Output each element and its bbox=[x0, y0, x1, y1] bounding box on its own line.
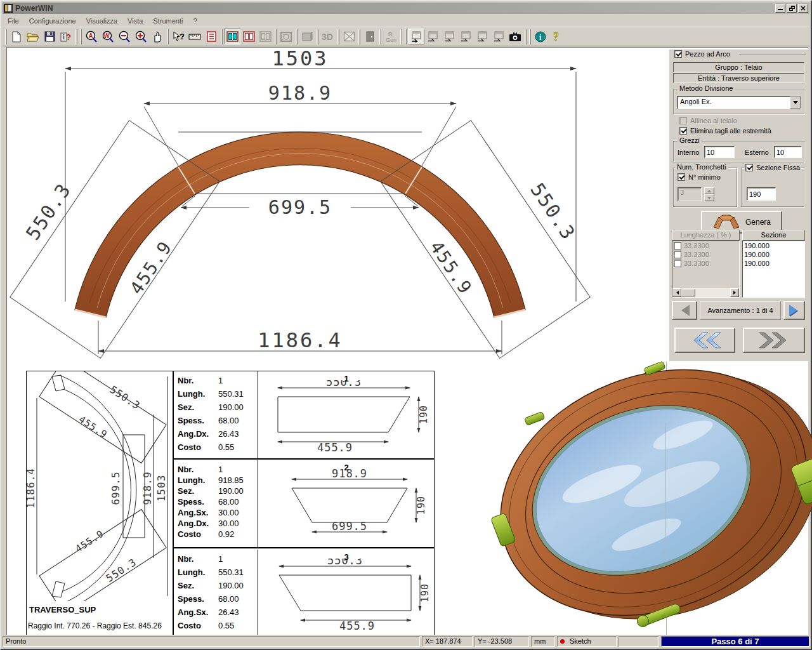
toolbar-handle[interactable] bbox=[80, 29, 82, 44]
context-help-button[interactable]: ? bbox=[170, 29, 187, 44]
toolbar-handle[interactable] bbox=[379, 29, 381, 44]
close-button[interactable] bbox=[798, 4, 808, 13]
zoom-out-button[interactable] bbox=[116, 29, 133, 44]
view-gray-button[interactable] bbox=[257, 29, 273, 44]
toolbar-handle[interactable] bbox=[529, 29, 531, 44]
view-2d-button[interactable] bbox=[224, 29, 240, 44]
frame-view-button[interactable] bbox=[278, 29, 294, 44]
scroll-thumb[interactable] bbox=[681, 289, 695, 296]
zoom-in-button[interactable] bbox=[133, 29, 149, 44]
toolbar-handle[interactable] bbox=[221, 29, 223, 44]
window-view-button-5[interactable] bbox=[474, 29, 490, 44]
scroll-right-button[interactable] bbox=[730, 288, 739, 297]
minimize-button[interactable] bbox=[775, 4, 785, 13]
restore-button[interactable] bbox=[787, 4, 797, 13]
regen-button[interactable]: RGen bbox=[383, 29, 399, 44]
window-view-button-1[interactable] bbox=[408, 29, 424, 44]
toolbar-handle[interactable] bbox=[400, 29, 402, 44]
open-button[interactable] bbox=[25, 29, 41, 44]
spinner-down-button[interactable] bbox=[704, 194, 714, 201]
toolbar-handle[interactable] bbox=[167, 29, 169, 44]
combobox-drop-button[interactable] bbox=[790, 96, 801, 109]
menu-configurazione[interactable]: Configurazione bbox=[24, 16, 81, 26]
sezione-list[interactable]: 190.000 190.000 190.000 bbox=[742, 241, 805, 298]
toolbar-handle[interactable] bbox=[275, 29, 277, 44]
prev-step-small-button[interactable] bbox=[672, 301, 697, 320]
about-button[interactable]: i? bbox=[58, 29, 74, 44]
zoom-all-button[interactable]: A bbox=[83, 29, 100, 44]
svg-text:W: W bbox=[104, 32, 110, 39]
window-view-button-6[interactable] bbox=[490, 29, 507, 44]
door-view-button[interactable] bbox=[362, 29, 378, 44]
detail-dim: 550.3 bbox=[108, 383, 143, 412]
elimina-tagli-checkbox[interactable] bbox=[679, 127, 687, 135]
metodo-divisione-combobox[interactable]: Angoli Ex. bbox=[677, 96, 801, 109]
toolbar-handle[interactable] bbox=[317, 29, 318, 44]
lunghezza-column-header[interactable]: Lunghezza ( % ) bbox=[672, 230, 740, 241]
list-item[interactable]: 33.3300 bbox=[672, 241, 739, 250]
scroll-left-button[interactable] bbox=[672, 288, 681, 297]
pezzo-ad-arco-checkbox[interactable] bbox=[674, 50, 682, 58]
panel-view-button[interactable] bbox=[299, 29, 315, 44]
cell-value: 550.31 bbox=[218, 567, 244, 577]
toolbar-handle[interactable] bbox=[296, 29, 298, 44]
save-button[interactable] bbox=[41, 29, 58, 44]
wireframe-button[interactable] bbox=[341, 29, 357, 44]
toolbar-handle[interactable] bbox=[75, 29, 77, 44]
help-button[interactable]: ? bbox=[549, 29, 565, 44]
status-empty bbox=[619, 636, 659, 647]
window-view-button-4[interactable] bbox=[457, 29, 474, 44]
row-checkbox[interactable] bbox=[674, 242, 681, 249]
tronchetti-spinner[interactable] bbox=[704, 187, 714, 201]
list-item[interactable]: 33.3300 bbox=[672, 259, 739, 268]
list-item[interactable]: 33.3300 bbox=[672, 250, 739, 259]
dim-side-outer-right: 550.3 bbox=[526, 179, 580, 244]
pan-button[interactable] bbox=[149, 29, 166, 44]
zoom-window-button[interactable]: W bbox=[100, 29, 116, 44]
measure-button[interactable] bbox=[187, 29, 203, 44]
toolbar-handle[interactable] bbox=[525, 29, 527, 44]
list-item[interactable]: 190.000 bbox=[743, 250, 804, 259]
menu-file[interactable]: File bbox=[3, 16, 24, 26]
window-view-button-3[interactable] bbox=[441, 29, 457, 44]
row-checkbox[interactable] bbox=[674, 251, 681, 258]
forward-step-button[interactable] bbox=[743, 328, 805, 353]
menu-vista[interactable]: Vista bbox=[122, 16, 148, 26]
lunghezza-list[interactable]: 33.3300 33.3300 33.3300 bbox=[672, 241, 740, 298]
menu-visualizza[interactable]: Visualizza bbox=[81, 16, 122, 26]
back-step-button[interactable] bbox=[674, 328, 735, 353]
row-checkbox[interactable] bbox=[674, 260, 681, 267]
toolbar-handle[interactable] bbox=[358, 29, 360, 44]
new-button[interactable] bbox=[8, 29, 25, 44]
next-step-small-button[interactable] bbox=[783, 301, 805, 320]
esterno-input[interactable] bbox=[774, 146, 802, 158]
close-icon bbox=[801, 6, 806, 11]
interno-input[interactable] bbox=[704, 146, 735, 158]
detail-title: TRAVERSO_SUP bbox=[29, 605, 96, 614]
toolbar-handle[interactable] bbox=[337, 29, 339, 44]
sezione-fissa-checkbox[interactable] bbox=[745, 164, 753, 171]
cell-label: Lungh. bbox=[178, 389, 218, 399]
allinea-checkbox[interactable] bbox=[679, 117, 687, 124]
genera-label: Genera bbox=[745, 218, 771, 227]
view-frame-button[interactable] bbox=[240, 29, 257, 44]
n-minimo-checkbox[interactable] bbox=[678, 173, 685, 181]
spinner-up-button[interactable] bbox=[704, 187, 714, 194]
cell-value: 30.00 bbox=[218, 508, 239, 517]
menu-help[interactable]: ? bbox=[188, 16, 202, 26]
metodo-divisione-legend: Metodo Divisione bbox=[678, 84, 735, 92]
view-3d-button[interactable]: 3D bbox=[320, 29, 336, 44]
report-button[interactable] bbox=[203, 29, 219, 44]
list-item[interactable]: 190.000 bbox=[743, 259, 804, 268]
info-button[interactable]: i bbox=[532, 29, 549, 44]
toolbar-handle[interactable] bbox=[405, 29, 407, 44]
window-view-button-2[interactable] bbox=[424, 29, 441, 44]
list-item[interactable]: 190.000 bbox=[743, 241, 804, 250]
sezione-fissa-input[interactable] bbox=[747, 187, 776, 201]
detail-drawing: 550.3 455.9 1186.4 699.5 918.9 1503 455.… bbox=[27, 371, 173, 601]
snapshot-button[interactable] bbox=[507, 29, 523, 44]
menu-strumenti[interactable]: Strumenti bbox=[148, 16, 188, 26]
toolbar-handle[interactable] bbox=[5, 29, 7, 44]
sezione-column-header[interactable]: Sezione bbox=[742, 230, 805, 241]
horizontal-scrollbar[interactable] bbox=[672, 288, 739, 297]
